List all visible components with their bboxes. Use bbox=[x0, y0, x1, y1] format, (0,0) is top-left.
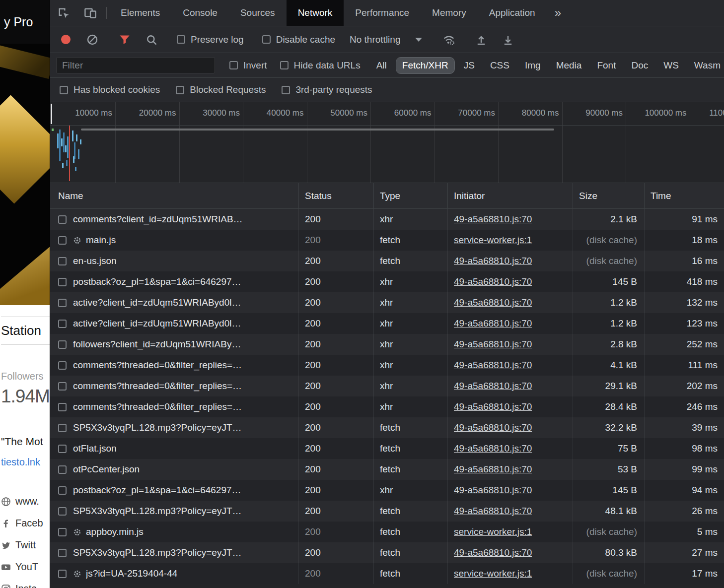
request-initiator[interactable]: service-worker.js:1 bbox=[454, 235, 532, 246]
request-initiator[interactable]: 49-a5a68810.js:70 bbox=[454, 297, 532, 308]
row-checkbox[interactable] bbox=[58, 257, 67, 265]
row-checkbox[interactable] bbox=[58, 424, 67, 432]
request-initiator[interactable]: 49-a5a68810.js:70 bbox=[454, 401, 532, 412]
filter-input[interactable] bbox=[56, 57, 215, 73]
tab-application[interactable]: Application bbox=[478, 0, 547, 26]
inspect-icon[interactable] bbox=[50, 0, 77, 26]
request-initiator[interactable]: 49-a5a68810.js:70 bbox=[454, 485, 532, 496]
request-name[interactable]: en-us.json bbox=[73, 256, 117, 266]
search-icon[interactable] bbox=[138, 34, 165, 46]
blocked-requests-checkbox[interactable]: Blocked Requests bbox=[169, 84, 272, 95]
row-checkbox[interactable] bbox=[58, 570, 67, 578]
request-name[interactable]: comments?client_id=zdUqm51WRIAB… bbox=[73, 214, 243, 225]
import-har-icon[interactable] bbox=[468, 34, 495, 46]
row-checkbox[interactable] bbox=[58, 507, 67, 516]
request-initiator[interactable]: 49-a5a68810.js:70 bbox=[454, 360, 532, 371]
request-name[interactable]: otPcCenter.json bbox=[73, 464, 140, 475]
request-initiator[interactable]: 49-a5a68810.js:70 bbox=[454, 547, 532, 558]
filter-pill-doc[interactable]: Doc bbox=[625, 57, 654, 74]
table-row[interactable]: followers?client_id=zdUqm51WRIABy… 200 x… bbox=[50, 334, 724, 355]
row-checkbox[interactable] bbox=[58, 236, 67, 245]
has-blocked-cookies-checkbox[interactable]: Has blocked cookies bbox=[53, 84, 166, 95]
request-name[interactable]: comments?threaded=0&filter_replies=… bbox=[73, 381, 242, 392]
request-initiator[interactable]: 49-a5a68810.js:70 bbox=[454, 464, 532, 475]
request-initiator[interactable]: 49-a5a68810.js:70 bbox=[454, 256, 532, 266]
request-name[interactable]: appboy.min.js bbox=[86, 526, 144, 537]
network-conditions-icon[interactable] bbox=[435, 33, 462, 47]
column-header-initiator[interactable]: Initiator bbox=[448, 183, 573, 208]
request-name[interactable]: otFlat.json bbox=[73, 443, 117, 454]
hide-data-urls-checkbox[interactable]: Hide data URLs bbox=[274, 60, 367, 71]
row-checkbox[interactable] bbox=[58, 299, 67, 307]
3rd-party-requests-checkbox[interactable]: 3rd-party requests bbox=[275, 84, 378, 95]
filter-pill-ws[interactable]: WS bbox=[657, 57, 685, 74]
row-checkbox[interactable] bbox=[58, 361, 67, 370]
record-icon[interactable] bbox=[52, 35, 79, 44]
social-link[interactable]: YouT bbox=[1, 561, 50, 573]
row-checkbox[interactable] bbox=[58, 486, 67, 495]
row-checkbox[interactable] bbox=[58, 278, 67, 286]
request-name[interactable]: js?id=UA-2519404-44 bbox=[86, 568, 177, 579]
clear-icon[interactable] bbox=[79, 34, 106, 46]
table-row[interactable]: js?id=UA-2519404-44 200 fetch service-wo… bbox=[50, 563, 724, 584]
request-name[interactable]: comments?threaded=0&filter_replies=… bbox=[73, 360, 242, 371]
column-header-type[interactable]: Type bbox=[374, 183, 448, 208]
request-name[interactable]: postback?oz_pl=1&spa=1&ci=646297… bbox=[73, 485, 241, 496]
social-link[interactable]: Twitt bbox=[1, 539, 50, 551]
request-initiator[interactable]: 49-a5a68810.js:70 bbox=[454, 381, 532, 392]
timeline-overview[interactable]: 10000 ms20000 ms30000 ms40000 ms50000 ms… bbox=[50, 102, 724, 183]
row-checkbox[interactable] bbox=[58, 528, 67, 536]
request-name[interactable]: SP5X3v3tyqPL.128.mp3?Policy=eyJT… bbox=[73, 506, 242, 517]
request-initiator[interactable]: service-worker.js:1 bbox=[454, 526, 532, 537]
table-row[interactable]: SP5X3v3tyqPL.128.mp3?Policy=eyJT… 200 fe… bbox=[50, 501, 724, 522]
table-row[interactable]: SP5X3v3tyqPL.128.mp3?Policy=eyJT… 200 fe… bbox=[50, 542, 724, 563]
request-name[interactable]: followers?client_id=zdUqm51WRIABy… bbox=[73, 339, 241, 350]
tab-sources[interactable]: Sources bbox=[229, 0, 287, 26]
table-row[interactable]: appboy.min.js 200 fetch service-worker.j… bbox=[50, 522, 724, 542]
table-row[interactable]: active?client_id=zdUqm51WRIAByd0l… 200 x… bbox=[50, 292, 724, 313]
request-initiator[interactable]: 49-a5a68810.js:70 bbox=[454, 339, 532, 350]
table-row[interactable]: en-us.json 200 fetch 49-a5a68810.js:70 (… bbox=[50, 251, 724, 271]
throttling-select[interactable]: No throttling bbox=[342, 34, 430, 45]
row-checkbox[interactable] bbox=[58, 445, 67, 453]
filter-pill-media[interactable]: Media bbox=[550, 57, 588, 74]
row-checkbox[interactable] bbox=[58, 215, 67, 224]
filter-pill-wasm[interactable]: Wasm bbox=[688, 57, 724, 74]
request-initiator[interactable]: 49-a5a68810.js:70 bbox=[454, 422, 532, 433]
table-row[interactable]: postback?oz_pl=1&spa=1&ci=646297… 200 xh… bbox=[50, 271, 724, 292]
request-name[interactable]: postback?oz_pl=1&spa=1&ci=646297… bbox=[73, 276, 241, 287]
column-header-name[interactable]: Name bbox=[50, 183, 299, 208]
request-name[interactable]: active?client_id=zdUqm51WRIAByd0l… bbox=[73, 318, 241, 329]
table-row[interactable]: comments?client_id=zdUqm51WRIAB… 200 xhr… bbox=[50, 209, 724, 230]
table-row[interactable]: active?client_id=zdUqm51WRIAByd0l… 200 x… bbox=[50, 313, 724, 334]
filter-pill-all[interactable]: All bbox=[370, 57, 393, 74]
station-tab[interactable]: Station bbox=[1, 316, 50, 345]
table-row[interactable]: main.js 200 fetch service-worker.js:1 (d… bbox=[50, 230, 724, 251]
request-name[interactable]: SP5X3v3tyqPL.128.mp3?Policy=eyJT… bbox=[73, 422, 242, 433]
request-name[interactable]: main.js bbox=[86, 235, 116, 246]
more-tabs-icon[interactable]: » bbox=[555, 6, 561, 20]
table-row[interactable]: comments?threaded=0&filter_replies=… 200… bbox=[50, 376, 724, 396]
tab-performance[interactable]: Performance bbox=[344, 0, 421, 26]
bio-link[interactable]: tiesto.lnk bbox=[1, 457, 50, 468]
filter-pill-font[interactable]: Font bbox=[590, 57, 622, 74]
invert-checkbox[interactable]: Invert bbox=[223, 60, 274, 71]
request-name[interactable]: active?client_id=zdUqm51WRIAByd0l… bbox=[73, 297, 241, 308]
tab-elements[interactable]: Elements bbox=[109, 0, 171, 26]
filter-pill-css[interactable]: CSS bbox=[484, 57, 516, 74]
filter-pill-img[interactable]: Img bbox=[518, 57, 547, 74]
table-row[interactable]: SP5X3v3tyqPL.128.mp3?Policy=eyJT… 200 fe… bbox=[50, 417, 724, 438]
request-initiator[interactable]: 49-a5a68810.js:70 bbox=[454, 276, 532, 287]
filter-icon[interactable] bbox=[111, 34, 138, 46]
row-checkbox[interactable] bbox=[58, 320, 67, 328]
request-initiator[interactable]: service-worker.js:1 bbox=[454, 568, 532, 579]
preserve-log-checkbox[interactable]: Preserve log bbox=[170, 34, 250, 45]
request-name[interactable]: comments?threaded=0&filter_replies=… bbox=[73, 401, 242, 412]
column-header-status[interactable]: Status bbox=[299, 183, 374, 208]
social-link[interactable]: www. bbox=[1, 496, 50, 507]
tab-memory[interactable]: Memory bbox=[421, 0, 478, 26]
table-row[interactable]: otFlat.json 200 fetch 49-a5a68810.js:70 … bbox=[50, 438, 724, 459]
export-har-icon[interactable] bbox=[495, 34, 521, 46]
request-initiator[interactable]: 49-a5a68810.js:70 bbox=[454, 506, 532, 517]
table-row[interactable]: postback?oz_pl=1&spa=1&ci=646297… 200 xh… bbox=[50, 480, 724, 501]
